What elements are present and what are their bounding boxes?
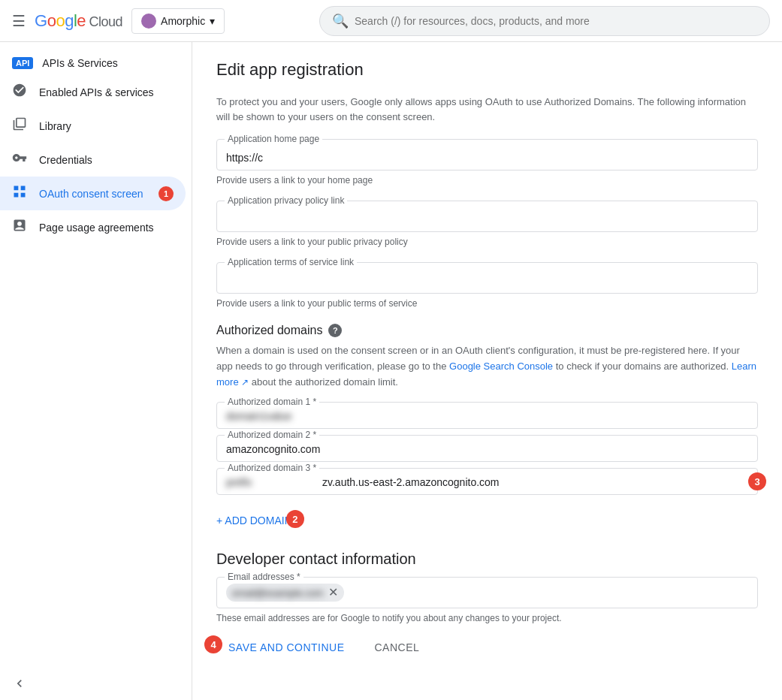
step-badge-3: 3 — [748, 472, 766, 490]
page-title: Edit app registration — [216, 60, 758, 80]
hamburger-icon[interactable]: ☰ — [12, 12, 26, 30]
domain1-input[interactable] — [226, 409, 748, 422]
project-name: Amorphic — [161, 15, 205, 27]
dropdown-arrow-icon: ▾ — [210, 15, 215, 27]
action-bar: 4 SAVE AND CONTINUE CANCEL — [216, 623, 758, 665]
add-domain-label: + ADD DOMAIN — [216, 514, 292, 527]
tos-input[interactable] — [226, 272, 748, 287]
authorized-domains-title: Authorized domains ? — [216, 324, 758, 337]
tos-label: Application terms of service link — [225, 257, 357, 267]
project-icon — [141, 14, 156, 29]
google-cloud-logo[interactable]: Google Cloud — [35, 11, 122, 31]
domain3-label: Authorized domain 3 * — [225, 463, 319, 473]
email-chip-value: email@example.com — [232, 587, 324, 599]
sidebar-item-credentials[interactable]: Credentials — [0, 143, 186, 177]
home-page-field: Application home page Provide users a li… — [216, 139, 758, 186]
top-nav: ☰ Google Cloud Amorphic ▾ 🔍 — [0, 0, 782, 42]
domain2-label: Authorized domain 2 * — [225, 430, 319, 440]
domain3-input-prefix[interactable] — [226, 475, 316, 488]
developer-contact-title: Developer contact information — [216, 551, 758, 568]
main-layout: API APIs & Services Enabled APIs & servi… — [0, 42, 782, 700]
privacy-policy-wrapper[interactable]: Application privacy policy link — [216, 201, 758, 232]
search-bar[interactable]: 🔍 — [319, 6, 770, 36]
email-hint: These email addresses are for Google to … — [216, 613, 758, 623]
sidebar-item-credentials-label: Credentials — [39, 154, 92, 166]
search-input[interactable] — [355, 15, 757, 27]
privacy-policy-field: Application privacy policy link Provide … — [216, 201, 758, 247]
logo-g: G — [35, 11, 47, 30]
step-badge-4: 4 — [204, 635, 222, 653]
domains-description: When a domain is used on the consent scr… — [216, 343, 758, 390]
sidebar-item-oauth-label: OAuth consent screen — [39, 188, 143, 200]
oauth-badge: 1 — [159, 186, 174, 201]
domain2-input[interactable] — [226, 442, 748, 455]
help-icon[interactable]: ? — [328, 324, 342, 337]
authorized-domain-1-field[interactable]: Authorized domain 1 * — [216, 402, 758, 429]
cancel-button[interactable]: CANCEL — [363, 635, 432, 659]
sidebar-title: APIs & Services — [42, 57, 117, 69]
email-chip: email@example.com ✕ — [226, 584, 344, 602]
cancel-label: CANCEL — [375, 641, 420, 653]
sidebar-item-library-label: Library — [39, 120, 71, 132]
project-selector[interactable]: Amorphic ▾ — [131, 8, 225, 34]
step-badge-2: 2 — [286, 510, 304, 528]
search-icon: 🔍 — [332, 13, 349, 29]
sidebar-item-oauth-consent[interactable]: OAuth consent screen 1 — [0, 177, 186, 210]
logo-cloud-text: Cloud — [86, 14, 122, 29]
chip-close-icon[interactable]: ✕ — [328, 587, 338, 599]
privacy-policy-input[interactable] — [226, 210, 748, 225]
email-label: Email addresses * — [225, 572, 303, 582]
logo-o2: o — [56, 11, 65, 30]
privacy-policy-label: Application privacy policy link — [225, 195, 347, 206]
sidebar-item-page-usage-label: Page usage agreements — [39, 222, 154, 234]
authorized-domain-3-field[interactable]: Authorized domain 3 * 3 — [216, 468, 758, 495]
domain1-label: Authorized domain 1 * — [225, 397, 319, 407]
sidebar-header: API APIs & Services — [0, 48, 192, 75]
developer-contact-section: Developer contact information Email addr… — [216, 551, 758, 623]
enabled-apis-icon — [12, 83, 27, 101]
home-page-hint: Provide users a link to your home page — [216, 175, 758, 186]
home-page-input[interactable] — [226, 149, 748, 164]
logo-e: e — [77, 11, 86, 30]
email-input[interactable] — [344, 585, 748, 600]
email-field-wrapper[interactable]: Email addresses * email@example.com ✕ — [216, 577, 758, 608]
credentials-icon — [12, 150, 27, 169]
save-label: SAVE AND CONTINUE — [228, 641, 345, 653]
google-search-console-link[interactable]: Google Search Console — [449, 361, 553, 372]
sidebar-item-library[interactable]: Library — [0, 109, 186, 143]
sidebar-collapse[interactable] — [0, 667, 192, 700]
sidebar-item-page-usage[interactable]: Page usage agreements — [0, 210, 186, 244]
privacy-policy-hint: Provide users a link to your public priv… — [216, 237, 758, 247]
domain3-input-suffix[interactable] — [322, 475, 748, 488]
tos-field: Application terms of service link Provid… — [216, 262, 758, 309]
library-icon — [12, 116, 27, 135]
logo-g2: g — [65, 11, 74, 30]
authorized-domain-2-field[interactable]: Authorized domain 2 * — [216, 435, 758, 462]
page-usage-icon — [12, 218, 27, 237]
save-and-continue-button[interactable]: SAVE AND CONTINUE — [216, 635, 357, 659]
add-domain-button[interactable]: + ADD DOMAIN — [216, 508, 292, 533]
oauth-icon — [12, 184, 27, 203]
sidebar-item-enabled-apis-label: Enabled APIs & services — [39, 86, 154, 98]
authorized-domains-title-text: Authorized domains — [216, 324, 322, 337]
tos-hint: Provide users a link to your public term… — [216, 298, 758, 309]
section-description: To protect you and your users, Google on… — [216, 95, 758, 124]
authorized-domains-section: Authorized domains ? When a domain is us… — [216, 324, 758, 533]
sidebar-item-enabled-apis[interactable]: Enabled APIs & services — [0, 75, 186, 109]
api-badge: API — [12, 57, 33, 69]
home-page-wrapper[interactable]: Application home page — [216, 139, 758, 170]
home-page-label: Application home page — [225, 134, 322, 144]
content-area: Edit app registration To protect you and… — [192, 42, 782, 700]
sidebar: API APIs & Services Enabled APIs & servi… — [0, 42, 192, 700]
tos-wrapper[interactable]: Application terms of service link — [216, 262, 758, 294]
logo-o1: o — [47, 11, 56, 30]
